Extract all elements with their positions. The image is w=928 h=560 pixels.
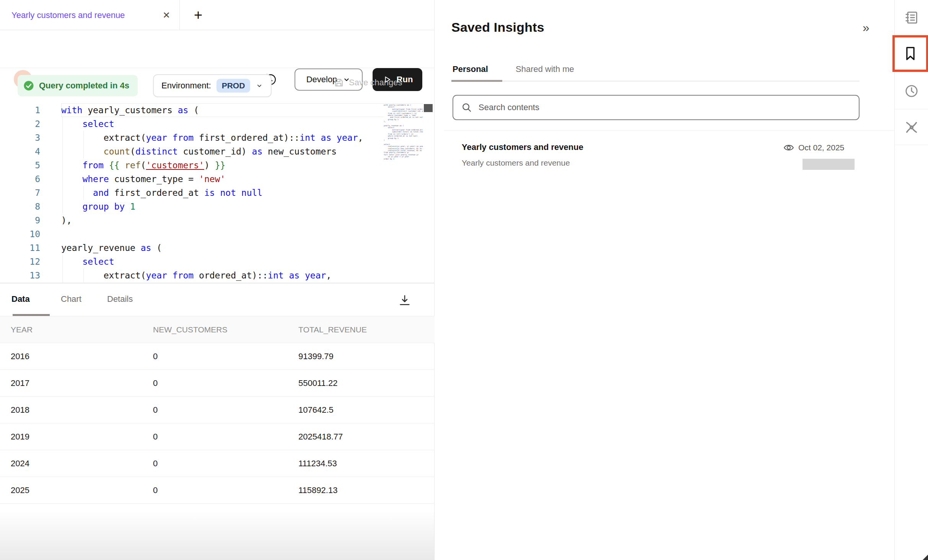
environment-value-badge: PROD (217, 79, 251, 93)
new-tab-button[interactable]: + (186, 0, 210, 30)
insight-item-title: Yearly customers and revenue (462, 142, 583, 152)
list-divider (444, 130, 894, 131)
tab-data[interactable]: Data (11, 294, 30, 304)
app-window: Yearly customers and revenue ✕ + BL Your… (0, 0, 928, 560)
resize-corner[interactable] (923, 555, 928, 560)
table-row: 201902025418.77 (0, 423, 435, 450)
saved-insight-item[interactable]: Yearly customers and revenue Yearly cust… (435, 138, 894, 180)
plus-icon: + (194, 7, 202, 23)
check-circle-icon (23, 80, 34, 91)
column-header: YEAR (0, 316, 142, 343)
saved-insights-panel: Saved Insights » Personal Shared with me… (435, 0, 894, 560)
download-icon[interactable] (398, 293, 412, 307)
chevron-down-icon (256, 82, 263, 90)
editor-scrollbar-thumb[interactable] (424, 104, 433, 112)
floppy-disk-icon (334, 77, 344, 88)
tab-label: Yearly customers and revenue (11, 10, 157, 20)
save-changes-button[interactable]: Save changes (334, 77, 402, 88)
insight-item-subtitle: Yearly customers and revenue (462, 158, 570, 168)
tab-yearly-customers[interactable]: Yearly customers and revenue ✕ (0, 0, 180, 30)
sql-editor[interactable]: 1with yearly_customers as (2 select3 ext… (0, 103, 435, 283)
column-header: NEW_CUSTOMERS (142, 316, 288, 343)
insight-item-meta: Oct 02, 2025 (783, 142, 844, 153)
right-icon-rail (894, 0, 928, 560)
bookmark-icon (902, 45, 919, 62)
history-clock-icon[interactable] (904, 83, 919, 99)
table-row: 2016091399.79 (0, 343, 435, 370)
close-icon[interactable]: ✕ (157, 10, 170, 21)
environment-selector[interactable]: Environment: PROD (153, 74, 272, 97)
results-table: YEARNEW_CUSTOMERSTOTAL_REVENUE 201609139… (0, 316, 435, 504)
notebook-icon[interactable] (904, 10, 919, 25)
table-row: 20180107642.5 (0, 397, 435, 423)
table-row: 20240111234.53 (0, 450, 435, 477)
eye-icon (783, 142, 794, 153)
bottom-fade (0, 510, 434, 560)
insight-item-date: Oct 02, 2025 (798, 143, 844, 152)
pinwheel-icon[interactable] (904, 120, 919, 135)
code-lines: 1with yearly_customers as (2 select3 ext… (0, 103, 435, 282)
column-header: TOTAL_REVENUE (288, 316, 435, 343)
save-changes-label: Save changes (349, 78, 402, 88)
tab-bar: Yearly customers and revenue ✕ + (0, 0, 435, 30)
tab-personal[interactable]: Personal (453, 64, 488, 74)
collapse-panel-icon[interactable]: » (863, 21, 869, 35)
insight-toolbar: BL Your saved insight Develop (0, 30, 435, 68)
loading-skeleton (803, 159, 855, 170)
tab-details[interactable]: Details (107, 294, 133, 304)
search-icon (461, 102, 472, 113)
minimap[interactable]: with yearly_customers as ( select extrac… (384, 104, 423, 282)
environment-label: Environment: (161, 81, 211, 91)
search-input[interactable] (479, 103, 823, 112)
tabs-divider (451, 81, 860, 81)
query-pane: Yearly customers and revenue ✕ + BL Your… (0, 0, 435, 560)
results-body: 2016091399.7920170550011.2220180107642.5… (0, 343, 435, 504)
search-box (453, 95, 860, 120)
tab-chart[interactable]: Chart (61, 294, 81, 304)
active-tab-underline (451, 80, 502, 82)
bookmarks-tab-active[interactable] (892, 35, 928, 72)
status-row: Query completed in 4s Environment: PROD … (0, 68, 435, 103)
table-row: 20170550011.22 (0, 370, 435, 397)
results-header-row: YEARNEW_CUSTOMERSTOTAL_REVENUE (0, 316, 435, 343)
table-row: 20250115892.13 (0, 477, 435, 504)
results-tab-bar: Data Chart Details (0, 283, 435, 316)
tab-shared-with-me[interactable]: Shared with me (516, 64, 574, 74)
panel-title: Saved Insights (451, 20, 544, 35)
query-status-badge: Query completed in 4s (18, 75, 138, 96)
query-status-text: Query completed in 4s (39, 81, 129, 91)
